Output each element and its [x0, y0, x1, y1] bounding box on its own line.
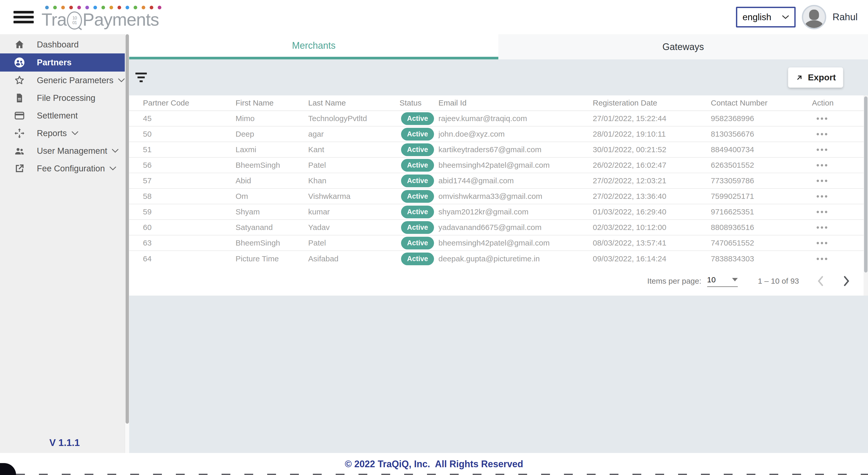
cell-partner-code: 50: [143, 130, 236, 138]
column-header-registration-date[interactable]: Registeration Date: [593, 98, 711, 107]
cell-contact-number: 7733059786: [711, 176, 812, 185]
arrow-up-right-icon: [795, 73, 804, 82]
cell-email: john.doe@xyz.com: [438, 130, 593, 138]
export-button[interactable]: Export: [788, 67, 843, 88]
column-header-partner-code[interactable]: Partner Code: [143, 98, 236, 107]
row-actions-icon[interactable]: [812, 149, 860, 151]
sidebar-item-reports[interactable]: Reports: [0, 124, 129, 142]
language-select[interactable]: english: [736, 7, 796, 28]
column-header-status[interactable]: Status: [400, 98, 438, 107]
row-actions-icon[interactable]: [812, 258, 860, 260]
previous-page-button[interactable]: [816, 275, 825, 287]
status-badge: Active: [401, 159, 434, 172]
cell-first-name: Picture Time: [236, 254, 308, 263]
sidebar-item-partners[interactable]: Partners: [0, 54, 129, 71]
cell-first-name: Om: [236, 192, 308, 201]
external-link-icon: [13, 163, 25, 175]
sidebar-item-fee-configuration[interactable]: Fee Configuration: [0, 160, 129, 177]
tab-gateways[interactable]: Gateways: [498, 34, 868, 59]
user-name: Rahul: [833, 12, 858, 23]
sidebar: Dashboard Partners Generic Parameters: [0, 34, 129, 453]
chevron-down-icon: [118, 78, 125, 83]
sidebar-item-dashboard[interactable]: Dashboard: [0, 36, 129, 54]
sidebar-item-settlement[interactable]: Settlement: [0, 107, 129, 124]
row-actions-icon[interactable]: [812, 164, 860, 166]
row-actions-icon[interactable]: [812, 195, 860, 197]
row-actions-icon[interactable]: [812, 180, 860, 182]
table-row: 60 Satyanand Yadav Active yadavanand6675…: [129, 220, 868, 235]
cell-contact-number: 8130356676: [711, 130, 812, 138]
menu-hamburger-icon[interactable]: [13, 8, 34, 26]
next-page-button[interactable]: [842, 275, 851, 287]
chevron-left-icon: [816, 275, 825, 287]
cell-first-name: BheemSingh: [236, 161, 308, 169]
cell-partner-code: 56: [143, 161, 236, 169]
column-header-last-name[interactable]: Last Name: [308, 98, 400, 107]
table-row: 51 Laxmi Kant Active kartikeytraders67@g…: [129, 142, 868, 158]
status-badge: Active: [401, 237, 434, 249]
cell-email: omvishwkarma33@gmail.com: [438, 192, 593, 201]
table-row: 59 Shyam kumar Active shyam2012kr@gmail.…: [129, 204, 868, 220]
cell-partner-code: 45: [143, 114, 236, 123]
cell-last-name: Khan: [308, 176, 400, 185]
column-header-action: Action: [812, 98, 860, 107]
status-badge: Active: [401, 205, 434, 218]
table-row: 57 Abid Khan Active abid1744@gmail.com 2…: [129, 173, 868, 189]
cell-registration-date: 01/03/2022, 16:29:40: [593, 208, 711, 216]
row-actions-icon[interactable]: [812, 242, 860, 244]
chevron-down-icon: [782, 15, 789, 20]
sidebar-item-file-processing[interactable]: File Processing: [0, 89, 129, 107]
star-icon: [13, 74, 25, 86]
move-arrows-icon: [13, 127, 25, 139]
cell-last-name: Patel: [308, 161, 400, 169]
row-actions-icon[interactable]: [812, 226, 860, 229]
column-header-first-name[interactable]: First Name: [236, 98, 308, 107]
copyright-text: © 2022 TraQiQ, Inc. All Rights Reserved: [345, 459, 523, 470]
sidebar-item-user-management[interactable]: User Management: [0, 142, 129, 160]
cell-partner-code: 58: [143, 192, 236, 201]
row-actions-icon[interactable]: [812, 133, 860, 135]
table-toolbar: Export: [129, 59, 868, 95]
table-row: 45 Mimo TechnologyPvtltd Active rajeev.k…: [129, 111, 868, 127]
home-icon: [13, 39, 25, 51]
cell-email: bheemsingh42patel@gmail.com: [438, 239, 593, 247]
cell-registration-date: 26/02/2022, 16:02:47: [593, 161, 711, 169]
dropdown-arrow-icon: [732, 278, 738, 281]
status-badge: Active: [401, 175, 434, 187]
table-row: 63 BheemSingh Patel Active bheemsingh42p…: [129, 235, 868, 251]
status-badge: Active: [401, 128, 434, 140]
cell-partner-code: 63: [143, 239, 236, 247]
chevron-down-icon: [109, 166, 117, 171]
tab-merchants[interactable]: Merchants: [129, 34, 498, 59]
cell-last-name: Asifabad: [308, 254, 400, 263]
row-actions-icon[interactable]: [812, 211, 860, 213]
cell-partner-code: 57: [143, 176, 236, 185]
column-header-contact-number[interactable]: Contact Number: [711, 98, 812, 107]
cell-last-name: Vishwkarma: [308, 192, 400, 201]
filter-icon[interactable]: [133, 70, 149, 85]
table-scrollbar[interactable]: [864, 95, 868, 295]
column-header-email[interactable]: Email Id: [438, 98, 593, 107]
row-actions-icon[interactable]: [812, 118, 860, 120]
table-row: 50 Deep agar Active john.doe@xyz.com 28/…: [129, 127, 868, 142]
sidebar-scrollbar[interactable]: [125, 34, 129, 453]
cell-email: kartikeytraders67@gmail.com: [438, 145, 593, 154]
cell-first-name: Abid: [236, 176, 308, 185]
cell-first-name: Laxmi: [236, 145, 308, 154]
cell-last-name: Kant: [308, 145, 400, 154]
logo-dots: [45, 6, 161, 9]
cell-registration-date: 27/01/2022, 15:22:44: [593, 114, 711, 123]
items-per-page-select[interactable]: 10: [707, 275, 738, 287]
cell-contact-number: 8849400734: [711, 145, 812, 154]
cell-email: bheemsingh42patel@gmail.com: [438, 161, 593, 169]
cell-registration-date: 28/01/2022, 19:10:11: [593, 130, 711, 138]
cell-contact-number: 7470651552: [711, 239, 812, 247]
user-avatar[interactable]: [802, 5, 826, 29]
file-icon: [13, 92, 25, 104]
cell-partner-code: 64: [143, 254, 236, 263]
sidebar-item-generic-parameters[interactable]: Generic Parameters: [0, 71, 129, 89]
cell-registration-date: 30/01/2022, 00:21:52: [593, 145, 711, 154]
cell-email: rajeev.kumar@traqiq.com: [438, 114, 593, 123]
chevron-down-icon: [71, 131, 79, 136]
app-header: Tra1001Payments english Rahul: [0, 0, 868, 34]
